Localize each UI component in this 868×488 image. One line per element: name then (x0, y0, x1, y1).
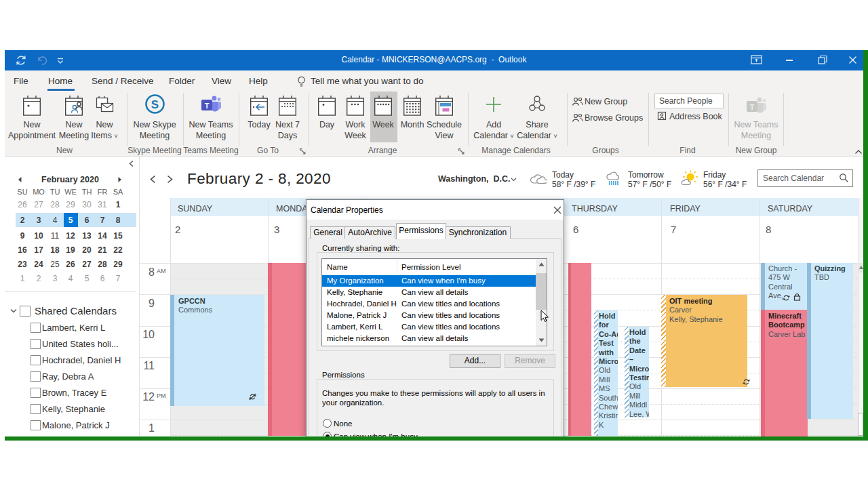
svg-text:T: T (750, 103, 755, 111)
svg-text:T: T (205, 102, 210, 110)
svg-text:S: S (151, 98, 159, 111)
